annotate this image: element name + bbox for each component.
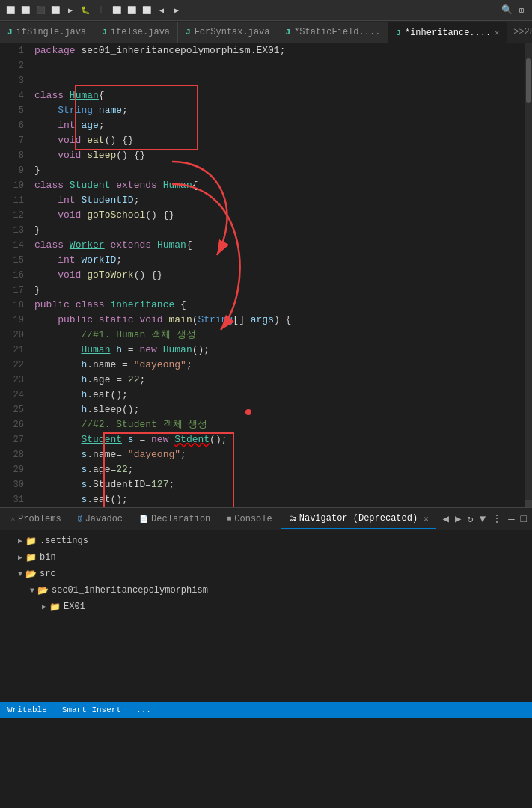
expand-icon-sec01: ▼ <box>30 587 34 595</box>
tab-ifelse[interactable]: J ifelse.java <box>94 22 178 43</box>
search-icon[interactable]: 🔍 <box>501 4 513 16</box>
code-line-4: class Human{ <box>34 88 519 103</box>
perspective-icon[interactable]: ⊞ <box>516 4 528 16</box>
toolbar-icon-4[interactable]: ⬜ <box>49 4 61 16</box>
toolbar-icon-10[interactable]: ◀ <box>156 4 168 16</box>
code-line-19: public static void main(String[] args) { <box>34 313 519 328</box>
toolbar-icon-6[interactable]: 🐛 <box>79 4 91 16</box>
close-navigator-icon[interactable]: ✕ <box>424 514 429 524</box>
folder-icon: 📁 <box>25 552 37 563</box>
javadoc-icon: @ <box>78 515 82 523</box>
toolbar-icon-9[interactable]: ⬜ <box>141 4 153 16</box>
code-line-8: void sleep() {} <box>34 148 519 163</box>
tab-navigator[interactable]: 🗂 Navigator (Deprecated) ✕ <box>281 509 436 529</box>
code-line-13: } <box>34 223 519 238</box>
folder-open-icon: 📂 <box>25 569 37 580</box>
status-dots: ... <box>136 706 151 714</box>
code-line-17: } <box>34 283 519 298</box>
expand-icon: ▶ <box>18 553 22 562</box>
code-line-16: void goToWork() {} <box>34 268 519 283</box>
nav-item-settings[interactable]: ▶ 📁 .settings <box>0 533 532 549</box>
code-area[interactable]: package sec01_inheritancepolymorphism.EX… <box>28 43 525 507</box>
red-dot-marker <box>245 409 251 415</box>
nav-item-sec01[interactable]: ▼ 📂 sec01_inheritancepolymorphism <box>0 582 532 599</box>
editor-scrollbar[interactable] <box>525 43 532 507</box>
code-line-11: int StudentID; <box>34 193 519 208</box>
status-bar: Writable Smart Insert ... <box>0 702 532 718</box>
folder-icon-ex01: 📁 <box>49 602 61 613</box>
toolbar-icon-11[interactable]: ▶ <box>171 4 183 16</box>
navigator-icon: 🗂 <box>289 514 296 523</box>
main-toolbar[interactable]: ⬜ ⬜ ⬛ ⬜ ▶ 🐛 | ⬜ ⬜ ⬜ ◀ ▶ 🔍 ⊞ <box>0 0 532 21</box>
problems-icon: ⚠ <box>10 515 15 524</box>
nav-forward-icon[interactable]: ▶ <box>453 511 463 527</box>
nav-item-ex01[interactable]: ▶ 📁 EX01 <box>0 599 532 615</box>
expand-icon: ▶ <box>18 536 22 545</box>
code-line-25: h.sleep(); <box>34 403 519 417</box>
nav-menu-icon[interactable]: ▼ <box>477 512 488 527</box>
navigator-panel: ▶ 📁 .settings ▶ 📁 bin ▼ 📂 src ▼ 📂 sec01_… <box>0 530 532 702</box>
navigator-tree: ▶ 📁 .settings ▶ 📁 bin ▼ 📂 src ▼ 📂 sec01_… <box>0 530 532 702</box>
code-line-22: h.name = "dayeong"; <box>34 358 519 373</box>
insert-mode-status: Smart Insert <box>62 706 121 714</box>
tab-declaration[interactable]: 📄 Declaration <box>132 509 218 529</box>
toolbar-separator: | <box>95 4 107 16</box>
code-line-26: //#2. Student 객체 생성 <box>34 417 519 432</box>
tab-javadoc[interactable]: @ Javadoc <box>70 509 130 529</box>
expand-icon-src: ▼ <box>18 570 22 578</box>
code-line-12: void goToSchool() {} <box>34 208 519 223</box>
code-line-31: s.eat(); <box>34 492 519 507</box>
expand-icon-ex01: ▶ <box>42 602 46 611</box>
nav-item-bin[interactable]: ▶ 📁 bin <box>0 549 532 566</box>
code-line-14: class Worker extends Human{ <box>34 238 519 253</box>
console-icon: ■ <box>227 515 231 523</box>
scrollbar-thumb[interactable] <box>526 58 531 103</box>
folder-open-icon-sec01: 📂 <box>37 585 49 596</box>
code-line-30: s.StudentID=127; <box>34 477 519 492</box>
code-line-21: Human h = new Human(); <box>34 343 519 358</box>
writable-status: Writable <box>7 706 47 714</box>
nav-back-icon[interactable]: ◀ <box>440 511 450 527</box>
code-editor[interactable]: 1 2 3 4 5 6 7 8 9 10 11 12 13 14 15 16 1… <box>0 43 532 507</box>
nav-options-icon[interactable]: ⋮ <box>489 511 504 527</box>
toolbar-icon-8[interactable]: ⬜ <box>126 4 138 16</box>
tab-overflow[interactable]: >>28 <box>507 22 532 43</box>
toolbar-icon-5[interactable]: ▶ <box>64 4 76 16</box>
tab-problems[interactable]: ⚠ Problems <box>3 509 69 529</box>
code-line-1: package sec01_inheritancepolymorphism.EX… <box>34 43 519 58</box>
toolbar-icon-3[interactable]: ⬛ <box>34 4 46 16</box>
code-line-6: int age; <box>34 118 519 133</box>
code-line-5: String name; <box>34 103 519 118</box>
code-line-28: s.name= "dayeong"; <box>34 447 519 462</box>
scrollbar-corner <box>525 500 532 507</box>
code-line-3 <box>34 73 519 88</box>
toolbar-icon-1[interactable]: ⬜ <box>4 4 16 16</box>
code-line-10: class Student extends Human{ <box>34 178 519 193</box>
tab-inheritance[interactable]: J *inheritance.... ✕ <box>388 22 507 43</box>
code-line-15: int workID; <box>34 253 519 268</box>
code-line-7: void eat() {} <box>34 133 519 148</box>
code-line-9: } <box>34 163 519 178</box>
code-line-29: s.age=22; <box>34 462 519 477</box>
tab-ifsingle[interactable]: J ifSingle.java <box>0 22 94 43</box>
tab-close-icon[interactable]: ✕ <box>495 28 499 37</box>
folder-icon: 📁 <box>25 536 37 547</box>
tab-console[interactable]: ■ Console <box>219 509 279 529</box>
tab-staticfield[interactable]: J *StaticField.... <box>278 22 389 43</box>
code-line-23: h.age = 22; <box>34 373 519 388</box>
tab-forsyntax[interactable]: J ForSyntax.java <box>178 22 278 43</box>
bottom-panel-tabs: ⚠ Problems @ Javadoc 📄 Declaration ■ Con… <box>0 507 532 530</box>
nav-refresh-icon[interactable]: ↻ <box>465 511 475 527</box>
line-numbers: 1 2 3 4 5 6 7 8 9 10 11 12 13 14 15 16 1… <box>0 43 28 507</box>
code-line-24: h.eat(); <box>34 388 519 403</box>
nav-item-src[interactable]: ▼ 📂 src <box>0 566 532 582</box>
code-line-2 <box>34 58 519 73</box>
minimize-bottom-icon[interactable]: — <box>506 512 516 527</box>
toolbar-icon-2[interactable]: ⬜ <box>19 4 31 16</box>
code-line-20: //#1. Human 객체 생성 <box>34 328 519 343</box>
toolbar-icon-7[interactable]: ⬜ <box>111 4 123 16</box>
code-line-18: public class inheritance { <box>34 298 519 313</box>
maximize-bottom-icon[interactable]: □ <box>519 512 529 527</box>
editor-tabs: J ifSingle.java J ifelse.java J ForSynta… <box>0 21 532 43</box>
declaration-icon: 📄 <box>139 515 148 524</box>
